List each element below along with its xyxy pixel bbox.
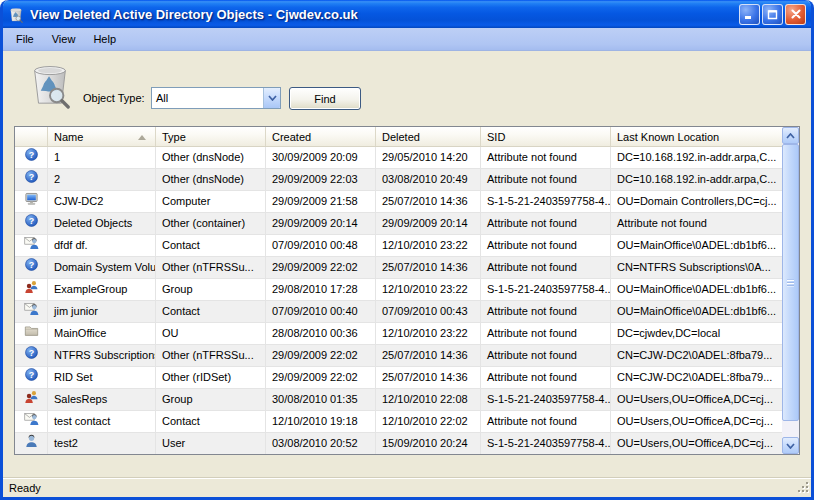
menu-help[interactable]: Help [84, 30, 125, 48]
cell-created: 07/09/2010 00:48 [266, 235, 376, 256]
chevron-up-icon [786, 133, 795, 139]
object-type-select[interactable]: All [151, 87, 281, 109]
user-icon [24, 433, 39, 454]
cell-name: jim junior [48, 301, 156, 322]
cell-deleted: 03/08/2010 20:49 [376, 169, 481, 190]
cell-type: Group [156, 389, 266, 410]
question-icon [24, 345, 39, 366]
cell-location: DC=cjwdev,DC=local [611, 323, 782, 344]
column-header-type[interactable]: Type [156, 127, 266, 146]
close-button[interactable] [785, 4, 806, 25]
table-row[interactable]: Domain System Volu... Other (nTFRSSu... … [15, 257, 782, 279]
cell-name: Domain System Volu... [48, 257, 156, 278]
column-header-sid[interactable]: SID [481, 127, 611, 146]
table-body: 1 Other (dnsNode) 30/09/2009 20:09 29/05… [15, 147, 782, 454]
cell-name: MainOffice [48, 323, 156, 344]
close-icon [790, 8, 802, 20]
column-header-icon[interactable] [15, 127, 48, 146]
resize-grip[interactable] [797, 481, 810, 496]
cell-type: Other (rIDSet) [156, 367, 266, 388]
cell-created: 29/09/2009 22:02 [266, 367, 376, 388]
table-row[interactable]: jim junior Contact 07/09/2010 00:40 07/0… [15, 301, 782, 323]
table-row[interactable]: dfdf df. Contact 07/09/2010 00:48 12/10/… [15, 235, 782, 257]
table-row[interactable]: SalesReps Group 30/08/2010 01:35 12/10/2… [15, 389, 782, 411]
vertical-scrollbar[interactable] [782, 127, 799, 454]
cell-location: OU=MainOffice\0ADEL:db1bf6... [611, 235, 782, 256]
cell-type: Other (dnsNode) [156, 147, 266, 168]
cell-type: Other (dnsNode) [156, 169, 266, 190]
group-icon [24, 279, 39, 300]
cell-deleted: 29/05/2010 14:20 [376, 147, 481, 168]
cell-created: 29/09/2009 21:58 [266, 191, 376, 212]
scrollbar-track[interactable] [782, 144, 799, 437]
title-bar[interactable]: View Deleted Active Directory Objects - … [3, 0, 811, 28]
cell-sid: S-1-5-21-2403597758-4... [481, 191, 611, 212]
cell-location: OU=Users,OU=OfficeA,DC=cj... [611, 433, 782, 454]
cell-created: 07/09/2010 00:40 [266, 301, 376, 322]
chevron-down-icon [786, 443, 795, 449]
folder-icon [24, 323, 39, 344]
group-icon [24, 389, 39, 410]
cell-deleted: 29/09/2009 20:14 [376, 213, 481, 234]
column-header-deleted[interactable]: Deleted [376, 127, 481, 146]
maximize-button[interactable] [762, 4, 783, 25]
cell-name: RID Set [48, 367, 156, 388]
table-row[interactable]: Deleted Objects Other (container) 29/09/… [15, 213, 782, 235]
table-row[interactable]: MainOffice OU 28/08/2010 00:36 12/10/201… [15, 323, 782, 345]
cell-sid: Attribute not found [481, 235, 611, 256]
cell-type: User [156, 433, 266, 454]
table-row[interactable]: test2 User 03/08/2010 20:52 15/09/2010 2… [15, 433, 782, 454]
cell-type: Other (nTFRSSu... [156, 257, 266, 278]
cell-sid: Attribute not found [481, 301, 611, 322]
cell-created: 12/10/2010 19:18 [266, 411, 376, 432]
cell-type: Contact [156, 411, 266, 432]
cell-name: test2 [48, 433, 156, 454]
recycle-bin-app-icon [8, 5, 26, 23]
cell-sid: Attribute not found [481, 411, 611, 432]
cell-type: Other (container) [156, 213, 266, 234]
table-row[interactable]: CJW-DC2 Computer 29/09/2009 21:58 25/07/… [15, 191, 782, 213]
cell-sid: Attribute not found [481, 345, 611, 366]
table-row[interactable]: 2 Other (dnsNode) 29/09/2009 22:03 03/08… [15, 169, 782, 191]
cell-name: 2 [48, 169, 156, 190]
cell-type: OU [156, 323, 266, 344]
cell-name: SalesReps [48, 389, 156, 410]
minimize-button[interactable] [739, 4, 760, 25]
chevron-down-icon[interactable] [263, 88, 280, 108]
column-header-created[interactable]: Created [266, 127, 376, 146]
cell-location: DC=10.168.192.in-addr.arpa,C... [611, 147, 782, 168]
table-row[interactable]: 1 Other (dnsNode) 30/09/2009 20:09 29/05… [15, 147, 782, 169]
cell-location: CN=CJW-DC2\0ADEL:8fba79... [611, 367, 782, 388]
question-icon [24, 367, 39, 388]
cell-created: 29/09/2009 20:14 [266, 213, 376, 234]
menu-file[interactable]: File [7, 30, 43, 48]
cell-created: 30/09/2009 20:09 [266, 147, 376, 168]
table-row[interactable]: RID Set Other (rIDSet) 29/09/2009 22:02 … [15, 367, 782, 389]
cell-name: test contact [48, 411, 156, 432]
cell-deleted: 25/07/2010 14:36 [376, 191, 481, 212]
cell-sid: S-1-5-21-2403597758-4... [481, 389, 611, 410]
column-header-name-label: Name [54, 131, 83, 143]
object-type-label: Object Type: [83, 92, 145, 104]
table-row[interactable]: NTFRS Subscriptions Other (nTFRSSu... 29… [15, 345, 782, 367]
scroll-up-button[interactable] [782, 127, 799, 144]
cell-location: CN=NTFRS Subscriptions\0A... [611, 257, 782, 278]
scrollbar-thumb[interactable] [782, 144, 799, 421]
table-row[interactable]: test contact Contact 12/10/2010 19:18 12… [15, 411, 782, 433]
menu-view[interactable]: View [43, 30, 85, 48]
cell-name: ExampleGroup [48, 279, 156, 300]
cell-created: 30/08/2010 01:35 [266, 389, 376, 410]
cell-deleted: 12/10/2010 22:08 [376, 389, 481, 410]
column-header-location[interactable]: Last Known Location [611, 127, 782, 146]
column-header-name[interactable]: Name [48, 127, 156, 146]
object-type-value: All [152, 88, 263, 108]
cell-sid: Attribute not found [481, 147, 611, 168]
scroll-down-button[interactable] [782, 437, 799, 454]
cell-sid: Attribute not found [481, 367, 611, 388]
cell-sid: S-1-5-21-2403597758-4... [481, 433, 611, 454]
find-button[interactable]: Find [289, 87, 361, 110]
table-row[interactable]: ExampleGroup Group 29/08/2010 17:28 12/1… [15, 279, 782, 301]
cell-deleted: 25/07/2010 14:36 [376, 367, 481, 388]
status-text: Ready [9, 482, 41, 494]
cell-name: NTFRS Subscriptions [48, 345, 156, 366]
